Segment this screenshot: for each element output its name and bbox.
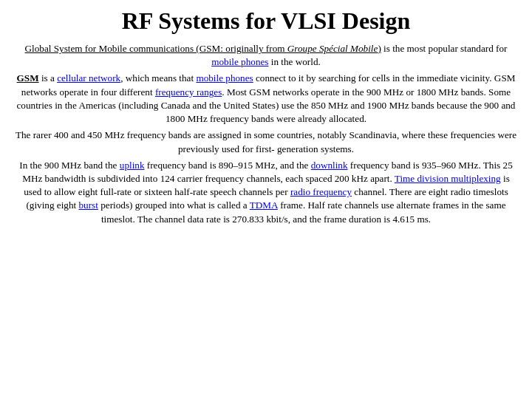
- groupe-special-mobile: Groupe Spécial Mobile: [287, 43, 378, 54]
- burst-link[interactable]: burst: [79, 200, 98, 211]
- paragraph-2: GSM is a cellular network, which means t…: [15, 72, 517, 126]
- mobile-phones-link-1[interactable]: mobile phones: [211, 56, 268, 67]
- frequency-ranges-link[interactable]: frequency ranges: [155, 86, 222, 98]
- gsm-heading: Global System for Mobile communications …: [25, 43, 381, 54]
- gsm-bold: GSM: [17, 72, 39, 83]
- paragraph-4: In the 900 MHz band the uplink frequency…: [15, 159, 517, 226]
- tdm-link[interactable]: Time division multiplexing: [395, 173, 501, 184]
- paragraph-1: Global System for Mobile communications …: [15, 42, 517, 69]
- downlink-link[interactable]: downlink: [311, 160, 348, 171]
- mobile-phones-link-2[interactable]: mobile phones: [196, 72, 253, 83]
- radio-frequency-link[interactable]: radio frequency: [290, 186, 352, 197]
- content-area: Global System for Mobile communications …: [15, 42, 517, 226]
- page-title: RF Systems for VLSI Design: [15, 7, 517, 35]
- paragraph-3: The rarer 400 and 450 MHz frequency band…: [15, 129, 517, 155]
- uplink-link[interactable]: uplink: [120, 160, 145, 171]
- page-container: RF Systems for VLSI Design Global System…: [0, 0, 532, 399]
- tdma-link[interactable]: TDMA: [250, 200, 278, 211]
- cellular-network-link[interactable]: cellular network: [57, 72, 120, 83]
